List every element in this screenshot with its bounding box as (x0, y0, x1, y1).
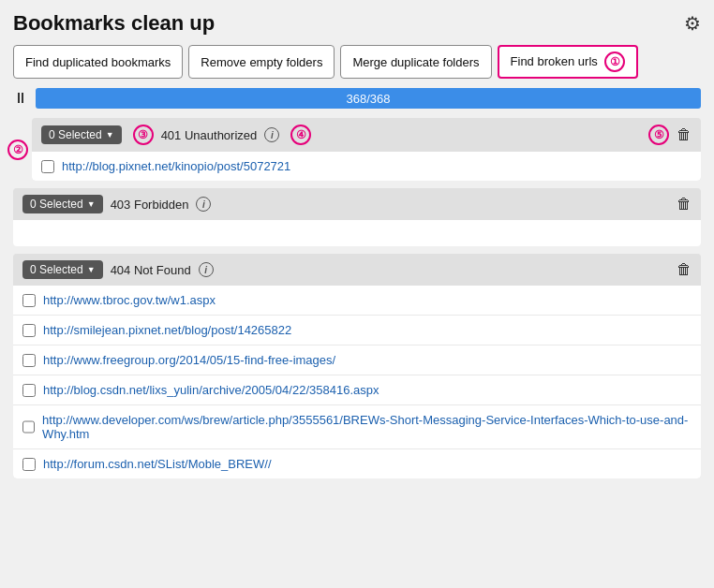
pause-button[interactable]: ⏸ (13, 90, 28, 107)
url-item: http://www.developer.com/ws/brew/article… (13, 405, 701, 449)
annotation-4: ④ (290, 125, 311, 145)
url-item: http://blog.pixnet.net/kinopio/post/5072… (32, 152, 701, 181)
remove-empty-folders-button[interactable]: Remove empty folders (188, 45, 335, 79)
url-link[interactable]: http://www.tbroc.gov.tw/w1.aspx (43, 293, 216, 307)
status-401: 401 Unauthorized (161, 128, 258, 142)
url-checkbox[interactable] (22, 354, 36, 367)
select-dropdown-401[interactable]: 0 Selected (41, 125, 122, 144)
url-list-404: http://www.tbroc.gov.tw/w1.aspx http://s… (13, 286, 701, 478)
delete-button-403[interactable]: 🗑 (677, 196, 692, 213)
url-checkbox[interactable] (22, 420, 35, 434)
app-title: Bookmarks clean up (13, 11, 215, 36)
gear-button[interactable]: ⚙ (684, 12, 701, 35)
url-checkbox[interactable] (41, 160, 54, 173)
annotation-3: ③ (133, 125, 154, 145)
annotation-5: ⑤ (648, 125, 669, 145)
url-checkbox[interactable] (22, 294, 36, 307)
find-broken-urls-button[interactable]: Find broken urls ① (498, 45, 639, 79)
annotation-2-container: ② (4, 140, 28, 160)
select-dropdown-404[interactable]: 0 Selected (22, 260, 103, 279)
progress-row: ⏸ 368/368 (13, 88, 701, 109)
url-link[interactable]: http://blog.pixnet.net/kinopio/post/5072… (62, 159, 290, 173)
url-item: http://www.tbroc.gov.tw/w1.aspx (13, 286, 701, 316)
app-container: Bookmarks clean up ⚙ Find duplicated boo… (0, 0, 714, 588)
info-icon-401[interactable]: i (264, 127, 279, 142)
header-row: Bookmarks clean up ⚙ (13, 11, 701, 36)
url-checkbox[interactable] (22, 324, 36, 337)
toolbar: Find duplicated bookmarks Remove empty f… (13, 45, 701, 79)
progress-bar: 368/368 (36, 88, 701, 109)
section-401-inner: 0 Selected ③ 401 Unauthorized i ④ ⑤ 🗑 ht… (32, 118, 701, 181)
section-403-header: 0 Selected 403 Forbidden i 🗑 (13, 188, 701, 220)
url-link[interactable]: http://smilejean.pixnet.net/blog/post/14… (43, 323, 291, 337)
empty-403 (13, 220, 701, 246)
url-item: http://smilejean.pixnet.net/blog/post/14… (13, 316, 701, 345)
url-link[interactable]: http://www.freegroup.org/2014/05/15-find… (43, 353, 335, 367)
status-404: 404 Not Found (111, 263, 191, 277)
annotation-1: ① (604, 51, 625, 72)
delete-button-401[interactable]: 🗑 (677, 126, 692, 143)
merge-duplicate-folders-button[interactable]: Merge duplicate folders (340, 45, 491, 79)
url-link[interactable]: http://forum.csdn.net/SList/Moble_BREW// (43, 457, 272, 471)
section-401: ② 0 Selected ③ 401 Unauthorized i ④ ⑤ 🗑 … (13, 118, 701, 181)
url-list-401: http://blog.pixnet.net/kinopio/post/5072… (32, 152, 701, 181)
annotation-2: ② (7, 140, 28, 160)
section-404: 0 Selected 404 Not Found i 🗑 http://www.… (13, 254, 701, 478)
find-duplicated-bookmarks-button[interactable]: Find duplicated bookmarks (13, 45, 183, 79)
delete-button-404[interactable]: 🗑 (677, 261, 692, 278)
url-item: http://www.freegroup.org/2014/05/15-find… (13, 345, 701, 375)
url-checkbox[interactable] (22, 458, 36, 471)
section-401-header: 0 Selected ③ 401 Unauthorized i ④ ⑤ 🗑 (32, 118, 701, 152)
url-item: http://forum.csdn.net/SList/Moble_BREW// (13, 449, 701, 478)
url-checkbox[interactable] (22, 384, 36, 397)
url-link[interactable]: http://www.developer.com/ws/brew/article… (42, 413, 692, 441)
select-dropdown-403[interactable]: 0 Selected (22, 195, 103, 213)
section-404-header: 0 Selected 404 Not Found i 🗑 (13, 254, 701, 286)
info-icon-404[interactable]: i (199, 262, 214, 277)
url-link[interactable]: http://blog.csdn.net/lixs_yulin/archive/… (43, 383, 379, 397)
status-403: 403 Forbidden (111, 198, 189, 212)
section-403: 0 Selected 403 Forbidden i 🗑 (13, 188, 701, 246)
url-item: http://blog.csdn.net/lixs_yulin/archive/… (13, 375, 701, 405)
info-icon-403[interactable]: i (196, 197, 211, 212)
